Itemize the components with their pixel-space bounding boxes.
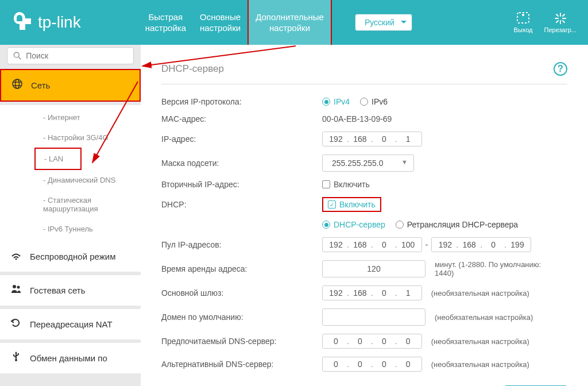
sidebar-item-lan[interactable]: - LAN (34, 148, 82, 170)
svg-point-13 (16, 79, 20, 88)
svg-point-10 (14, 52, 19, 57)
pool-from-input[interactable]: . . . (322, 237, 422, 252)
radio-dhcp-relay[interactable]: Ретрансляция DHCP-сервера (396, 220, 518, 229)
search-input[interactable] (26, 51, 127, 60)
sidebar-item-wireless[interactable]: Беспроводной режим (0, 241, 141, 272)
label-ip-pool: Пул IP-адресов: (161, 240, 322, 249)
checkbox-secondary-ip[interactable]: Включить (322, 180, 370, 189)
lease-time-input[interactable] (322, 260, 425, 277)
svg-point-17 (13, 285, 16, 288)
sidebar-item-ipv6-tunnel[interactable]: - IPv6 Туннель (0, 219, 141, 239)
search-icon (13, 51, 21, 60)
wifi-icon (10, 249, 22, 264)
tab-quick-setup[interactable]: Быстрая настройка (138, 0, 193, 45)
logout-icon (516, 11, 530, 24)
label-mask: Маска подсети: (161, 159, 322, 168)
help-icon[interactable]: ? (554, 62, 567, 76)
lease-hint: минут. (1-2880. По умолчанию: 1440) (435, 260, 550, 277)
value-mac: 00-0A-EB-13-09-69 (322, 114, 392, 123)
radio-ipv4[interactable]: IPv4 (322, 97, 350, 106)
label-dhcp: DHCP: (161, 200, 322, 209)
brand-text: tp-link (38, 13, 81, 32)
header: tp-link Быстрая настройка Основные настр… (0, 0, 588, 45)
gateway-input[interactable]: . . . (322, 285, 422, 300)
nat-icon (10, 317, 22, 331)
sidebar-item-internet[interactable]: - Интернет (0, 107, 141, 128)
reboot-button[interactable]: Перезагр... (544, 11, 577, 33)
label-mac: MAC-адрес: (161, 114, 322, 123)
sidebar-item-network[interactable]: Сеть (0, 69, 141, 102)
checkbox-dhcp-enable[interactable]: ✓Включить (328, 200, 376, 209)
brand-logo: tp-link (11, 9, 81, 36)
reboot-icon (554, 11, 567, 24)
nav-tabs: Быстрая настройка Основные настройки Доп… (138, 0, 332, 45)
svg-point-1 (522, 14, 524, 16)
svg-line-6 (556, 14, 558, 16)
section-title: DHCP-сервер ? (161, 62, 567, 84)
label-gateway: Основной шлюз: (161, 288, 322, 298)
sidebar-item-nat[interactable]: Переадресация NAT (0, 309, 141, 339)
default-domain-input[interactable] (322, 308, 425, 326)
label-lease: Время аренды адреса: (161, 264, 322, 273)
sidebar-item-sharing[interactable]: Обмен данными по (0, 343, 141, 373)
svg-line-11 (18, 57, 21, 59)
svg-line-7 (563, 21, 564, 22)
label-secondary-ip: Вторичный IP-адрес: (161, 180, 322, 189)
radio-ipv6[interactable]: IPv6 (360, 97, 388, 106)
label-dns2: Альтернативный DNS-сервер: (161, 360, 322, 369)
content-panel: DHCP-сервер ? Версия IP-протокола: IPv4 … (141, 45, 588, 386)
label-dns1: Предпочитаемый DNS-сервер: (161, 337, 322, 346)
label-ip: IP-адрес: (161, 134, 322, 144)
svg-line-8 (556, 21, 558, 22)
svg-point-16 (16, 258, 17, 260)
guest-icon (10, 283, 22, 298)
tab-advanced-settings[interactable]: Дополнительные настройки (247, 0, 332, 47)
sidebar: Сеть - Интернет - Настройки 3G/4G - LAN … (0, 45, 141, 386)
logout-button[interactable]: Выход (514, 11, 533, 33)
svg-point-12 (13, 79, 22, 88)
ip-address-input[interactable]: . . . (322, 132, 422, 146)
tab-basic-settings[interactable]: Основные настройки (193, 0, 247, 45)
subnet-mask-select[interactable]: 255.255.255.0 (322, 155, 414, 172)
label-domain: Домен по умолчанию: (161, 312, 322, 322)
language-select[interactable]: Русский (355, 14, 412, 31)
usb-icon (10, 351, 22, 365)
dns1-input[interactable]: . . . (322, 334, 422, 349)
sidebar-item-guest[interactable]: Гостевая сеть (0, 275, 141, 306)
sidebar-item-ddns[interactable]: - Динамический DNS (0, 170, 141, 190)
label-ip-version: Версия IP-протокола: (161, 97, 322, 106)
sidebar-item-static-routing[interactable]: - Статическая маршрутизация (0, 190, 141, 219)
radio-dhcp-server[interactable]: DHCP-сервер (322, 220, 385, 229)
tplink-logo-icon (11, 9, 34, 36)
sidebar-item-3g4g[interactable]: - Настройки 3G/4G (0, 128, 141, 148)
svg-line-9 (563, 14, 564, 16)
globe-icon (11, 78, 23, 92)
search-box[interactable] (7, 47, 134, 64)
dns2-input[interactable]: . . . (322, 357, 422, 372)
pool-to-input[interactable]: . . . (431, 237, 531, 252)
svg-point-18 (17, 286, 20, 289)
